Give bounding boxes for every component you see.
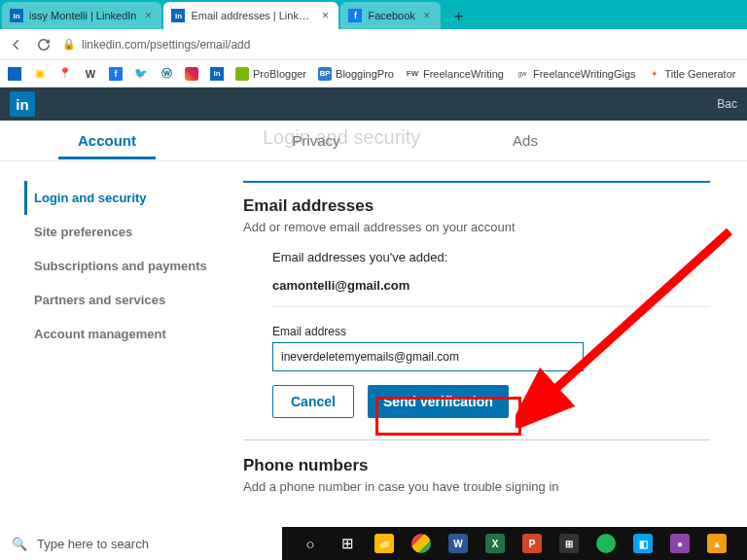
bookmark-item[interactable]: f <box>109 67 123 81</box>
facebook-favicon: f <box>348 9 362 22</box>
chrome-icon[interactable] <box>403 527 440 560</box>
sidebar-item-login-security[interactable]: Login and security <box>24 181 243 215</box>
new-tab-button[interactable]: + <box>446 4 472 29</box>
word-icon[interactable]: W <box>440 527 477 560</box>
tab-title: issy Montelli | LinkedIn <box>29 10 136 21</box>
browser-tab[interactable]: f Facebook × <box>340 2 440 29</box>
sidebar-item-account-mgmt[interactable]: Account management <box>24 317 243 351</box>
close-icon[interactable]: × <box>421 10 433 21</box>
close-icon[interactable]: × <box>142 10 154 21</box>
bookmark-item[interactable]: in <box>210 67 224 81</box>
powerpoint-icon[interactable]: P <box>514 527 551 560</box>
taskbar-search[interactable]: 🔍 Type here to search <box>0 527 282 560</box>
email-field-label: Email address <box>272 325 710 338</box>
bookmark-item[interactable]: W <box>84 67 97 81</box>
settings-tabs: Account Login and security Privacy Ads <box>0 121 747 161</box>
bookmark-item[interactable] <box>185 67 198 81</box>
send-verification-button[interactable]: Send verification <box>368 385 509 418</box>
accent-underline <box>243 181 710 183</box>
calculator-icon[interactable]: ⊞ <box>551 527 587 560</box>
section-divider <box>243 439 710 440</box>
search-icon: 🔍 <box>12 537 27 551</box>
close-icon[interactable]: × <box>319 10 331 21</box>
section-subtitle: Add or remove email addresses on your ac… <box>243 220 710 234</box>
bookmark-item[interactable]: ProBlogger <box>235 67 306 81</box>
phone-section-subtitle: Add a phone number in case you have trou… <box>243 479 710 494</box>
cancel-button[interactable]: Cancel <box>272 385 354 418</box>
section-title: Email addresses <box>243 196 710 216</box>
bookmark-item[interactable]: 📍 <box>58 67 72 81</box>
main-panel: Email addresses Add or remove email addr… <box>243 181 729 509</box>
tab-ads[interactable]: Ads <box>438 122 613 158</box>
browser-tab-strip: in issy Montelli | LinkedIn × in Email a… <box>0 0 747 29</box>
browser-tab[interactable]: in issy Montelli | LinkedIn × <box>2 2 161 29</box>
linkedin-favicon: in <box>171 9 185 22</box>
tab-title: Email addresses | LinkedIn <box>191 10 313 21</box>
phone-section-title: Phone numbers <box>243 456 710 475</box>
spotify-icon[interactable] <box>587 527 624 560</box>
bookmarks-bar: ▣ 📍 W f 🐦 ⓦ in ProBlogger BPBloggingPro … <box>0 60 747 88</box>
app-icon[interactable]: ▲ <box>698 527 735 560</box>
bookmark-item[interactable]: gwFreelanceWritingGigs <box>516 67 636 81</box>
file-explorer-icon[interactable]: 📁 <box>366 527 403 560</box>
email-input[interactable] <box>272 342 584 371</box>
linkedin-favicon: in <box>10 9 23 22</box>
excel-icon[interactable]: X <box>477 527 514 560</box>
bookmark-item[interactable]: FWFreelanceWriting <box>406 67 504 81</box>
settings-sidebar: Login and security Site preferences Subs… <box>0 181 243 509</box>
tab-account[interactable]: Account <box>19 122 195 158</box>
reload-icon[interactable] <box>35 36 53 53</box>
bookmark-item[interactable]: BPBloggingPro <box>318 67 394 81</box>
tab-privacy[interactable]: Privacy <box>195 122 438 158</box>
browser-tab-active[interactable]: in Email addresses | LinkedIn × <box>163 2 338 29</box>
added-emails-label: Email addresses you've added: <box>272 250 710 264</box>
lock-icon: 🔒 <box>62 38 76 51</box>
cortana-icon[interactable]: ○ <box>292 527 329 560</box>
app-icon[interactable]: ◧ <box>624 527 661 560</box>
address-bar: 🔒 linkedin.com/psettings/email/add <box>0 29 747 60</box>
content-area: Login and security Site preferences Subs… <box>0 161 747 509</box>
search-placeholder: Type here to search <box>37 537 149 551</box>
url-text: linkedin.com/psettings/email/add <box>82 38 250 52</box>
existing-email: camontelli@gmail.com <box>272 278 710 307</box>
back-icon[interactable] <box>8 36 25 53</box>
app-icon[interactable]: ● <box>661 527 698 560</box>
linkedin-header: in Bac <box>0 88 747 121</box>
bookmark-item[interactable]: ✦Title Generator <box>648 67 736 81</box>
linkedin-logo[interactable]: in <box>10 91 35 117</box>
taskbar-icons: ○ ⊞ 📁 W X P ⊞ ◧ ● ▲ <box>292 527 735 560</box>
button-row: Cancel Send verification <box>272 385 710 418</box>
bookmark-item[interactable] <box>8 67 21 81</box>
url-field[interactable]: 🔒 linkedin.com/psettings/email/add <box>62 38 739 52</box>
back-link[interactable]: Bac <box>717 97 737 111</box>
sidebar-item-partners[interactable]: Partners and services <box>24 283 243 317</box>
bookmark-item[interactable]: 🐦 <box>134 67 148 81</box>
bookmark-item[interactable]: ▣ <box>33 67 47 81</box>
task-view-icon[interactable]: ⊞ <box>329 527 366 560</box>
windows-taskbar: 🔍 Type here to search ○ ⊞ 📁 W X P ⊞ ◧ ● … <box>0 527 747 560</box>
sidebar-item-subscriptions[interactable]: Subscriptions and payments <box>24 249 243 283</box>
bookmark-item[interactable]: ⓦ <box>160 67 173 81</box>
tab-title: Facebook <box>368 10 414 21</box>
sidebar-item-site-prefs[interactable]: Site preferences <box>24 215 243 249</box>
